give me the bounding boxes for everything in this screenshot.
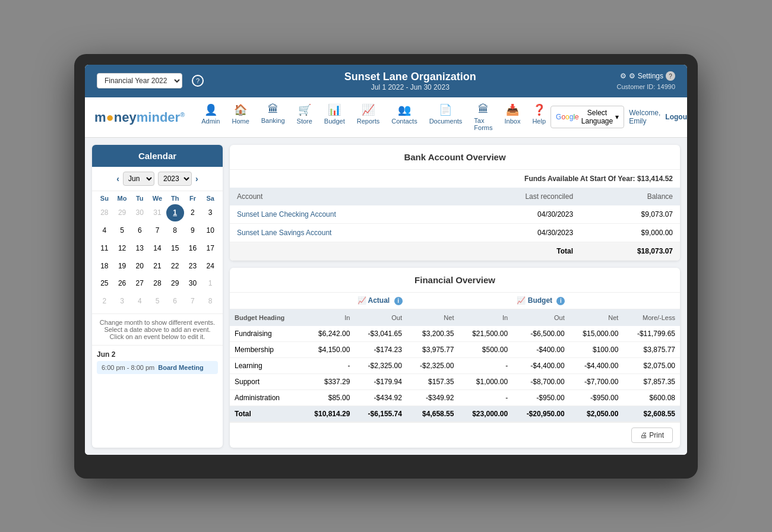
cal-day[interactable]: 3: [201, 204, 219, 222]
year-select[interactable]: 202220232024: [158, 172, 192, 186]
actual-out: -$174.23: [355, 341, 407, 357]
cal-day[interactable]: 30: [131, 204, 148, 222]
cal-day[interactable]: 16: [184, 239, 202, 257]
last-reconciled: 04/30/2023: [456, 205, 580, 224]
top-bar: Financial Year 2022 ? Sunset Lane Organi…: [85, 65, 687, 97]
cal-day[interactable]: 7: [148, 221, 166, 239]
cal-day[interactable]: 5: [113, 221, 131, 239]
settings-link[interactable]: ⚙ ⚙ Settings ?: [617, 71, 675, 81]
cal-day[interactable]: 15: [166, 239, 184, 257]
cal-day[interactable]: 7: [184, 292, 202, 310]
total-label: Total: [230, 242, 580, 260]
actual-info-icon[interactable]: i: [394, 297, 403, 305]
cal-day[interactable]: 20: [131, 257, 148, 275]
cal-day[interactable]: 25: [96, 274, 113, 292]
google-g-icon: Google: [556, 113, 579, 121]
cal-day[interactable]: 22: [166, 257, 184, 275]
home-icon: 🏠: [234, 103, 247, 116]
nav-inbox[interactable]: 📥 Inbox: [499, 101, 525, 134]
month-select[interactable]: JanFebMarAprMayJunJulAugSepOctNovDec: [123, 172, 154, 186]
nav-banking[interactable]: 🏛 Banking: [257, 101, 290, 134]
cal-day[interactable]: 6: [131, 221, 148, 239]
nav-admin[interactable]: 👤 Admin: [197, 101, 224, 134]
total-more-less: $2,608.55: [623, 406, 680, 422]
account-link[interactable]: Sunset Lane Savings Account: [237, 229, 331, 237]
cal-day[interactable]: 27: [131, 274, 148, 292]
google-translate-button[interactable]: Google Select Language ▾: [550, 106, 624, 128]
funds-label: Funds Available At Start Of Year:: [524, 175, 635, 183]
budget-in: -: [458, 357, 512, 373]
nav-documents[interactable]: 📄 Documents: [425, 101, 467, 134]
account-name: Sunset Lane Checking Account: [230, 205, 456, 224]
budget-net: -$4,400.00: [569, 357, 624, 373]
logout-button[interactable]: Logout: [665, 113, 687, 121]
cal-day[interactable]: 12: [113, 239, 131, 257]
account-link[interactable]: Sunset Lane Checking Account: [237, 210, 336, 218]
budget-in: $500.00: [458, 341, 512, 357]
nav-taxforms[interactable]: 🏛 Tax Forms: [469, 101, 497, 134]
cal-day[interactable]: 18: [96, 257, 113, 275]
cal-day[interactable]: 8: [166, 221, 184, 239]
calendar-days: 28 29 30 31 1 2 3 4 5 6 7 8 9 1: [96, 204, 219, 310]
cal-day[interactable]: 6: [166, 292, 184, 310]
cal-day[interactable]: 8: [201, 292, 219, 310]
cal-day[interactable]: 23: [184, 257, 202, 275]
cal-day[interactable]: 4: [96, 221, 113, 239]
cal-day[interactable]: 10: [201, 221, 219, 239]
nav-admin-label: Admin: [201, 118, 220, 125]
fiscal-year-select[interactable]: Financial Year 2022: [97, 73, 182, 88]
event-item[interactable]: 6:00 pm - 8:00 pm Board Meeting: [97, 361, 218, 374]
cal-day[interactable]: 11: [96, 239, 113, 257]
cal-day[interactable]: 31: [148, 204, 166, 222]
nav-contacts[interactable]: 👥 Contacts: [387, 101, 422, 134]
cal-day[interactable]: 2: [184, 204, 202, 222]
cal-day-today[interactable]: 1: [166, 204, 184, 222]
cal-day[interactable]: 4: [131, 292, 148, 310]
cal-day[interactable]: 21: [148, 257, 166, 275]
calendar-grid: Su Mo Tu We Th Fr Sa 28 29 30 31: [92, 191, 223, 314]
top-bar-right: ⚙ ⚙ Settings ? Customer ID: 14990: [617, 71, 675, 90]
total-budget-net: $2,050.00: [569, 406, 624, 422]
help-question-button[interactable]: ?: [192, 75, 204, 87]
cal-day[interactable]: 19: [113, 257, 131, 275]
cal-day[interactable]: 14: [148, 239, 166, 257]
actual-net: $3,200.35: [407, 326, 459, 342]
balance: $9,073.07: [580, 205, 680, 224]
cal-day[interactable]: 29: [166, 274, 184, 292]
bank-overview-table: Account Last reconciled Balance Sunset L…: [230, 188, 680, 261]
taxforms-icon: 🏛: [478, 103, 489, 116]
funds-available-row: Funds Available At Start Of Year: $13,41…: [230, 170, 680, 188]
nav-help[interactable]: ❓ Help: [527, 101, 550, 134]
sub-header-row: Budget Heading In Out Net In Out Net Mor…: [230, 309, 680, 326]
actual-out-col: Out: [355, 309, 407, 326]
cal-day[interactable]: 2: [96, 292, 113, 310]
calendar-day-headers: Su Mo Tu We Th Fr Sa: [96, 195, 219, 202]
cal-day[interactable]: 3: [113, 292, 131, 310]
nav-store[interactable]: 🛒 Store: [292, 101, 317, 134]
cal-day[interactable]: 24: [201, 257, 219, 275]
table-row: Administration $85.00 -$434.92 -$349.92 …: [230, 390, 680, 406]
cal-day[interactable]: 28: [96, 204, 113, 222]
nav-budget[interactable]: 📊 Budget: [319, 101, 350, 134]
cal-day[interactable]: 1: [201, 274, 219, 292]
calendar-prev-button[interactable]: ‹: [116, 174, 119, 183]
cal-day[interactable]: 13: [131, 239, 148, 257]
cal-day[interactable]: 29: [113, 204, 131, 222]
store-icon: 🛒: [298, 103, 311, 116]
day-header-su: Su: [96, 195, 113, 202]
cal-day[interactable]: 26: [113, 274, 131, 292]
nav-home[interactable]: 🏠 Home: [227, 101, 254, 134]
budget-info-icon[interactable]: i: [556, 297, 565, 305]
nav-help-label: Help: [532, 118, 546, 125]
cal-day[interactable]: 28: [148, 274, 166, 292]
cal-day[interactable]: 17: [201, 239, 219, 257]
table-row: Sunset Lane Savings Account 04/30/2023 $…: [230, 223, 680, 242]
cal-day[interactable]: 5: [148, 292, 166, 310]
calendar-next-button[interactable]: ›: [195, 174, 198, 183]
cal-day[interactable]: 30: [184, 274, 202, 292]
print-button[interactable]: 🖨 Print: [631, 428, 673, 443]
budget-out: -$8,700.00: [512, 373, 569, 390]
cal-day[interactable]: 9: [184, 221, 202, 239]
nav-documents-label: Documents: [429, 118, 463, 125]
nav-reports[interactable]: 📈 Reports: [352, 101, 385, 134]
